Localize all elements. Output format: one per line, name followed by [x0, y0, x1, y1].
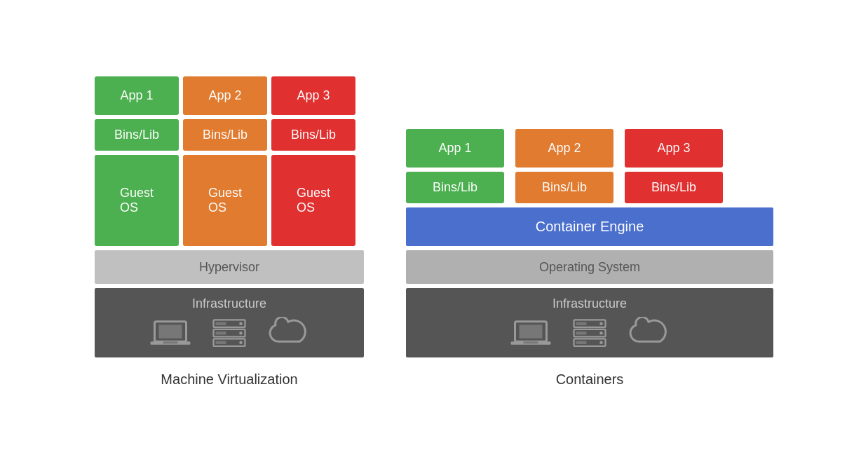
vm-guestos2: GuestOS: [183, 155, 267, 246]
ct-cloud-icon: [628, 317, 670, 352]
ct-infra-icons: [510, 317, 670, 352]
vm-column-label: Machine Virtualization: [161, 371, 297, 388]
ct-bins1: Bins/Lib: [406, 172, 504, 203]
vm-infrastructure-label: Infrastructure: [192, 296, 266, 311]
vm-bins2: Bins/Lib: [183, 119, 267, 151]
vm-app1: App 1: [95, 76, 179, 115]
vm-app-col-2: App 2 Bins/Lib GuestOS: [183, 76, 267, 246]
ct-infrastructure-label: Infrastructure: [552, 296, 627, 311]
svg-rect-14: [520, 325, 543, 339]
vm-stack: App 1 Bins/Lib GuestOS App 2 Bins/Lib Gu…: [95, 76, 364, 357]
vm-app3: App 3: [271, 76, 355, 115]
svg-point-18: [599, 322, 603, 325]
ct-column: App 1 Bins/Lib App 2 Bins/Lib App 3 Bins…: [406, 129, 773, 388]
vm-hypervisor-bar: Hypervisor: [95, 250, 364, 284]
vm-guestos3: GuestOS: [271, 155, 355, 246]
svg-point-24: [599, 341, 603, 344]
svg-rect-1: [159, 325, 182, 339]
ct-infrastructure-bar: Infrastructure: [406, 288, 773, 357]
svg-rect-12: [216, 341, 226, 344]
svg-point-21: [599, 332, 603, 335]
svg-rect-19: [576, 322, 587, 325]
svg-rect-9: [216, 332, 226, 335]
vm-infrastructure-bar: Infrastructure: [95, 288, 364, 357]
svg-point-5: [239, 322, 243, 325]
svg-rect-3: [163, 341, 178, 343]
vm-guestos1: GuestOS: [95, 155, 179, 246]
ct-app3: App 3: [625, 129, 723, 168]
diagram-container: App 1 Bins/Lib GuestOS App 2 Bins/Lib Gu…: [67, 62, 801, 402]
ct-app-col-3: App 3 Bins/Lib: [625, 129, 723, 203]
svg-point-11: [239, 341, 243, 344]
vm-app2: App 2: [183, 76, 267, 115]
vm-cloud-icon: [267, 317, 309, 352]
vm-app-col-3: App 3 Bins/Lib GuestOS: [271, 76, 355, 246]
ct-engine-bar: Container Engine: [406, 207, 773, 246]
ct-column-label: Containers: [556, 371, 624, 388]
ct-laptop-icon: [510, 317, 552, 352]
vm-infra-icons: [149, 317, 309, 352]
svg-rect-6: [216, 322, 226, 325]
svg-rect-25: [576, 341, 587, 344]
vm-app-col-1: App 1 Bins/Lib GuestOS: [95, 76, 179, 246]
ct-app2: App 2: [515, 129, 613, 168]
ct-os-bar: Operating System: [406, 250, 773, 284]
svg-rect-22: [576, 332, 587, 335]
ct-apps-row: App 1 Bins/Lib App 2 Bins/Lib App 3 Bins…: [406, 129, 773, 203]
ct-app-col-1: App 1 Bins/Lib: [406, 129, 504, 203]
ct-bins3: Bins/Lib: [625, 172, 723, 203]
svg-point-8: [239, 332, 243, 335]
vm-server-icon: [208, 317, 250, 352]
vm-apps-row: App 1 Bins/Lib GuestOS App 2 Bins/Lib Gu…: [95, 76, 364, 246]
ct-server-icon: [569, 317, 611, 352]
vm-column: App 1 Bins/Lib GuestOS App 2 Bins/Lib Gu…: [95, 76, 364, 388]
vm-bins1: Bins/Lib: [95, 119, 179, 151]
ct-app1: App 1: [406, 129, 504, 168]
ct-app-col-2: App 2 Bins/Lib: [515, 129, 613, 203]
svg-rect-16: [524, 341, 538, 343]
vm-bins3: Bins/Lib: [271, 119, 355, 151]
vm-laptop-icon: [149, 317, 191, 352]
ct-bins2: Bins/Lib: [515, 172, 613, 203]
ct-stack: App 1 Bins/Lib App 2 Bins/Lib App 3 Bins…: [406, 129, 773, 357]
